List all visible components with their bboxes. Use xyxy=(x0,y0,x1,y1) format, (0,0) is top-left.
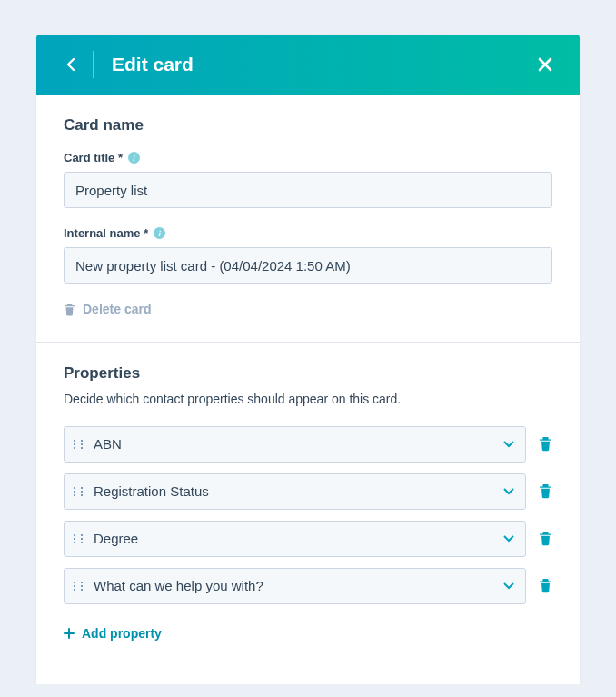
property-row: What can we help you with? xyxy=(64,568,552,604)
chevron-down-icon xyxy=(503,441,514,448)
delete-property-button[interactable] xyxy=(539,578,552,593)
delete-property-button[interactable] xyxy=(539,436,552,452)
drag-handle-icon[interactable] xyxy=(74,440,83,449)
chevron-down-icon xyxy=(503,535,514,543)
back-button[interactable] xyxy=(58,52,84,77)
delete-card-label: Delete card xyxy=(83,302,151,316)
internal-name-label-text: Internal name * xyxy=(64,226,148,240)
chevron-down-icon xyxy=(503,488,514,495)
plus-icon xyxy=(64,628,75,639)
property-label: Degree xyxy=(94,531,503,546)
properties-section: Properties Decide which contact properti… xyxy=(36,342,580,664)
trash-icon xyxy=(539,483,552,499)
info-icon[interactable]: i xyxy=(128,152,140,164)
modal-body: Card name Card title * i Internal name *… xyxy=(36,95,580,684)
section-title: Properties xyxy=(64,364,552,383)
trash-icon xyxy=(64,303,75,316)
delete-property-button[interactable] xyxy=(539,531,552,546)
trash-icon xyxy=(539,578,552,593)
edit-card-modal: Edit card Card name Card title * i Inter… xyxy=(36,35,580,684)
property-label: Registration Status xyxy=(94,483,503,499)
property-select[interactable]: Degree xyxy=(64,521,526,557)
close-icon xyxy=(537,56,553,73)
property-label: ABN xyxy=(94,436,503,452)
modal-title: Edit card xyxy=(112,54,532,75)
modal-header: Edit card xyxy=(36,35,580,95)
property-row: Registration Status xyxy=(64,473,552,510)
section-description: Decide which contact properties should a… xyxy=(64,392,552,406)
trash-icon xyxy=(539,531,552,546)
card-name-section: Card name Card title * i Internal name *… xyxy=(36,95,580,342)
drag-handle-icon[interactable] xyxy=(74,487,83,496)
card-title-label-text: Card title * xyxy=(64,151,123,164)
trash-icon xyxy=(539,436,552,452)
property-row: Degree xyxy=(64,521,552,557)
property-select[interactable]: What can we help you with? xyxy=(64,568,526,604)
section-title: Card name xyxy=(64,116,552,134)
add-property-button[interactable]: Add property xyxy=(64,626,162,641)
properties-list: ABNRegistration StatusDegreeWhat can we … xyxy=(64,426,552,604)
page-panel: Edit card Card name Card title * i Inter… xyxy=(13,13,603,684)
header-divider xyxy=(93,51,94,78)
delete-property-button[interactable] xyxy=(539,483,552,499)
property-row: ABN xyxy=(64,426,552,463)
add-property-label: Add property xyxy=(82,626,162,641)
close-button[interactable] xyxy=(532,52,558,77)
internal-name-label: Internal name * i xyxy=(64,226,552,240)
chevron-left-icon xyxy=(66,57,75,72)
drag-handle-icon[interactable] xyxy=(74,582,83,591)
internal-name-input[interactable] xyxy=(64,247,552,284)
card-title-label: Card title * i xyxy=(64,151,552,164)
property-select[interactable]: Registration Status xyxy=(64,473,526,510)
delete-card-button[interactable]: Delete card xyxy=(64,302,151,316)
property-label: What can we help you with? xyxy=(94,578,503,593)
card-title-input[interactable] xyxy=(64,172,552,208)
property-select[interactable]: ABN xyxy=(64,426,526,463)
info-icon[interactable]: i xyxy=(154,227,165,239)
chevron-down-icon xyxy=(503,582,514,590)
drag-handle-icon[interactable] xyxy=(74,534,83,543)
